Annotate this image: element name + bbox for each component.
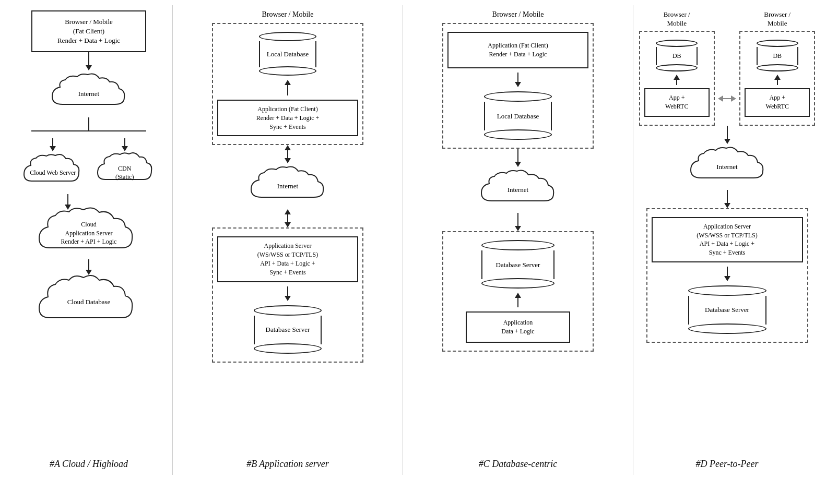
dashed-bottom-c: Database Server Application Data + Logic (442, 231, 594, 352)
label-b: #B Application server (246, 459, 329, 470)
db2-cylinder-d: DB (757, 40, 798, 71)
app-data-logic-c: Application Data + Logic (466, 311, 570, 343)
app-server-d: Application Server (WS/WSS or TCP/TLS) A… (652, 217, 803, 262)
dashed-bottom-b: Application Server (WS/WSS or TCP/TLS) A… (212, 227, 363, 362)
dashed-bottom-d: Application Server (WS/WSS or TCP/TLS) A… (646, 208, 808, 343)
internet-cloud-b: Internet (246, 163, 329, 209)
cdn-cloud-a: CDN (Static) (96, 152, 154, 194)
section-c: Browser / Mobile Application (Fat Client… (403, 5, 633, 475)
internet-label-c: Internet (508, 186, 528, 194)
app-fat-client-c: Application (Fat Client) Render + Data +… (447, 32, 588, 68)
label-c: #C Database-centric (479, 459, 557, 470)
arrow-a1 (86, 52, 92, 70)
section-d: Browser / Mobile DB (633, 5, 821, 475)
dashed-node1-d: DB App + WebRTC (639, 31, 715, 126)
browser-label-b: Browser / Mobile (262, 10, 314, 19)
db-server-cylinder-c: Database Server (481, 240, 554, 289)
dashed-node2-d: DB App + WebRTC (739, 31, 815, 126)
internet-cloud-d: Internet (686, 144, 769, 190)
cloud-web-server-label: Cloud Web Server (30, 169, 76, 177)
app-webrtc1-d: App + WebRTC (644, 88, 710, 117)
app-webrtc2-d: App + WebRTC (745, 88, 810, 117)
cloud-web-server-a: Cloud Web Server (21, 152, 84, 194)
app-fat-client-b: Application (Fat Client) Render + Data +… (217, 100, 358, 136)
label-a: #A Cloud / Highload (50, 459, 128, 470)
browser-label-d1: Browser / Mobile (664, 10, 690, 28)
local-db-cylinder-b: Local Database (259, 32, 316, 76)
label-d: #D Peer-to-Peer (695, 459, 758, 470)
internet-cloud-a: Internet (47, 70, 131, 117)
internet-cloud-c: Internet (476, 167, 560, 213)
internet-label-a: Internet (78, 90, 99, 98)
app-server-b: Application Server (WS/WSS or TCP/TLS) A… (217, 236, 358, 282)
db-server-cylinder-b: Database Server (254, 305, 322, 354)
cloud-database-a: Cloud Database (37, 275, 141, 330)
main-layout: Browser / Mobile (Fat Client) Render + D… (0, 0, 826, 480)
section-a: Browser / Mobile (Fat Client) Render + D… (5, 5, 172, 475)
dashed-top-c: Application (Fat Client) Render + Data +… (442, 23, 594, 149)
db1-cylinder-d: DB (656, 40, 698, 71)
browser-box-a: Browser / Mobile (Fat Client) Render + D… (31, 10, 146, 52)
browser-label-d2: Browser / Mobile (764, 10, 790, 28)
section-b: Browser / Mobile Local Database Applicat… (172, 5, 403, 475)
cloud-app-label: Cloud Application Server Render + API + … (61, 220, 117, 246)
arrow-a2 (86, 259, 92, 275)
local-db-cylinder-c: Local Database (484, 91, 552, 140)
cdn-label: CDN (Static) (115, 165, 134, 181)
cloud-database-label: Cloud Database (67, 297, 111, 307)
internet-label-d: Internet (716, 163, 737, 171)
cloud-app-server-a: Cloud Application Server Render + API + … (37, 207, 141, 259)
dashed-top-b: Local Database Application (Fat Client) … (212, 23, 363, 145)
db-server-cylinder-d: Database Server (688, 285, 766, 334)
browser-label-c: Browser / Mobile (492, 10, 544, 19)
internet-label-b: Internet (277, 182, 298, 190)
